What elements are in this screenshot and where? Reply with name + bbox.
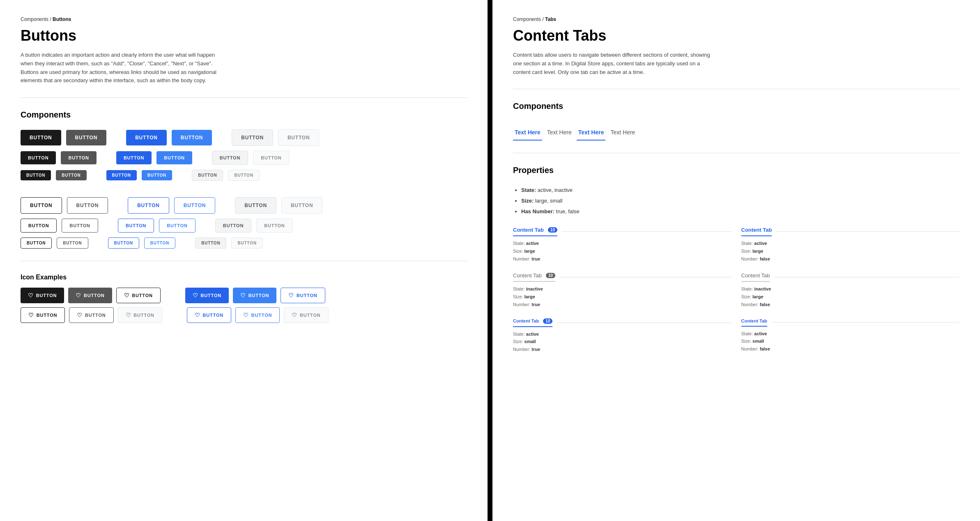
btn-outline-bluemid-md[interactable]: BUTTON — [159, 219, 195, 233]
btn-graydark-sm-1[interactable]: BUTTON — [56, 170, 86, 180]
btn-outline-black-lg[interactable]: BUTTON — [21, 197, 62, 214]
btn-bluemid-sm-1[interactable]: BUTTON — [142, 170, 172, 180]
tab-demo: Text Here Text Here Text Here Text Here — [513, 121, 959, 141]
heart-icon: ♡ — [76, 292, 81, 299]
button-row-5: BUTTON BUTTON BUTTON BUTTON BUTTON BUTTO… — [21, 219, 467, 233]
heart-icon: ♡ — [28, 312, 34, 318]
icon-btn-graydark-filled-1[interactable]: ♡ BUTTON — [68, 288, 112, 303]
tab-examples-grid: Content Tab 10 State: active Size: large… — [513, 227, 959, 353]
properties-list: State: active, inactive Size: large, sma… — [513, 185, 959, 217]
tab-divider-4 — [774, 277, 959, 277]
breadcrumb: Components / Buttons — [21, 16, 467, 22]
btn-outline-bluemid-lg[interactable]: BUTTON — [174, 197, 216, 214]
icon-btn-ghost-2[interactable]: ♡ BUTTON — [118, 307, 162, 323]
tab-example-row-5: Content Tab 10 — [513, 318, 732, 327]
page-title: Buttons — [21, 27, 467, 44]
heart-icon: ♡ — [126, 312, 131, 318]
btn-black-md-1[interactable]: BUTTON — [21, 151, 56, 164]
btn-bluemid-lg-1[interactable]: BUTTON — [172, 130, 212, 145]
btn-ghost-outline-lg-1[interactable]: BUTTON — [235, 197, 276, 214]
btn-outline-blue-lg[interactable]: BUTTON — [128, 197, 169, 214]
icon-btn-outline-black-2[interactable]: ♡ BUTTON — [21, 307, 65, 323]
btn-ghost-outline-sm-1[interactable]: BUTTON — [195, 237, 226, 249]
panel-divider — [488, 0, 492, 521]
btn-outline-black-md[interactable]: BUTTON — [21, 219, 57, 233]
icon-btn-black-filled-1[interactable]: ♡ BUTTON — [21, 288, 64, 303]
tab-meta-3: State: inactive Size: large Number: true — [513, 285, 732, 308]
btn-ghostlight-outline-lg-1[interactable]: BUTTON — [281, 197, 323, 214]
btn-ghost-outline-md-1[interactable]: BUTTON — [215, 219, 251, 233]
heart-icon: ♡ — [77, 312, 83, 318]
btn-ghostlight-outline-md-1[interactable]: BUTTON — [256, 219, 292, 233]
content-tabs-panel: Components / Tabs Content Tabs Content t… — [492, 0, 980, 521]
btn-outline-blue-md[interactable]: BUTTON — [118, 219, 154, 233]
heart-icon: ♡ — [240, 292, 246, 299]
btn-blue-lg-1[interactable]: BUTTON — [126, 130, 167, 145]
icon-btn-ghost-blue-2[interactable]: ♡ BUTTON — [284, 307, 328, 323]
tab-example-row-4: Content Tab — [741, 272, 960, 282]
icon-btn-outline-black-1[interactable]: ♡ BUTTON — [116, 288, 161, 303]
breadcrumb-right: Components / Tabs — [513, 16, 959, 22]
btn-ghostlight-lg-1[interactable]: BUTTON — [278, 129, 320, 146]
button-grid: BUTTON BUTTON BUTTON BUTTON BUTTON BUTTO… — [21, 129, 467, 249]
tab-example-row-3: Content Tab 10 — [513, 272, 732, 282]
btn-black-sm-1[interactable]: BUTTON — [21, 170, 51, 180]
tab-item-2[interactable]: Text Here — [545, 125, 573, 141]
btn-blue-md-1[interactable]: BUTTON — [116, 151, 152, 164]
heart-icon: ♡ — [292, 312, 297, 318]
page-description: A button indicates an important action a… — [21, 51, 226, 85]
tab-example-3: Content Tab 10 State: inactive Size: lar… — [513, 272, 732, 308]
content-tab-inactive-badge[interactable]: Content Tab 10 — [513, 272, 555, 282]
tab-item-3[interactable]: Text Here — [577, 125, 606, 141]
icon-btn-outline-gray-2[interactable]: ♡ BUTTON — [69, 307, 113, 323]
heart-icon: ♡ — [193, 292, 198, 299]
btn-outline-gray-sm[interactable]: BUTTON — [57, 237, 88, 249]
btn-outline-gray-lg[interactable]: BUTTON — [67, 197, 108, 214]
property-state: State: active, inactive — [521, 185, 959, 196]
button-row-4: BUTTON BUTTON BUTTON BUTTON BUTTON BUTTO… — [21, 197, 467, 214]
tab-item-1[interactable]: Text Here — [513, 125, 542, 141]
btn-bluemid-md-1[interactable]: BUTTON — [156, 151, 192, 164]
btn-ghost-lg-1[interactable]: BUTTON — [232, 129, 273, 146]
button-row-6: BUTTON BUTTON BUTTON BUTTON BUTTON BUTTO… — [21, 237, 467, 249]
button-row-3: BUTTON BUTTON BUTTON BUTTON BUTTON BUTTO… — [21, 170, 467, 181]
btn-ghost-md-1[interactable]: BUTTON — [212, 151, 248, 165]
btn-ghostlight-sm-1[interactable]: BUTTON — [228, 170, 259, 181]
content-tab-active-badge[interactable]: Content Tab 10 — [513, 227, 557, 236]
btn-outline-gray-md[interactable]: BUTTON — [62, 219, 98, 233]
heart-icon: ♡ — [288, 292, 294, 299]
content-tab-active-nobadge[interactable]: Content Tab — [741, 227, 772, 236]
btn-graydark-md-1[interactable]: BUTTON — [61, 151, 96, 164]
btn-outline-bluemid-sm[interactable]: BUTTON — [144, 237, 175, 249]
tab-item-4[interactable]: Text Here — [609, 125, 637, 141]
btn-ghost-sm-1[interactable]: BUTTON — [192, 170, 223, 181]
btn-outline-blue-sm[interactable]: BUTTON — [108, 237, 139, 249]
btn-graydark-lg-1[interactable]: BUTTON — [66, 130, 107, 145]
tab-example-1: Content Tab 10 State: active Size: large… — [513, 227, 732, 263]
properties-section: Properties State: active, inactive Size:… — [513, 166, 959, 217]
btn-ghostlight-outline-sm-1[interactable]: BUTTON — [231, 237, 262, 249]
heart-icon: ♡ — [195, 312, 200, 318]
btn-ghostlight-md-1[interactable]: BUTTON — [253, 151, 289, 165]
icon-btn-outline-bluemid-2[interactable]: ♡ BUTTON — [235, 307, 280, 323]
content-tab-inactive-nobadge[interactable]: Content Tab — [741, 272, 770, 282]
property-size: Size: large, small — [521, 196, 959, 206]
content-tab-active-small-badge[interactable]: Content Tab 10 — [513, 318, 552, 327]
icon-btn-outline-blue-1[interactable]: ♡ BUTTON — [281, 288, 325, 303]
properties-heading: Properties — [513, 166, 959, 175]
tab-badge-5: 10 — [543, 318, 552, 324]
page-description-right: Content tabs allow users to navigate bet… — [513, 51, 718, 76]
icon-btn-blue-filled-1[interactable]: ♡ BUTTON — [185, 288, 229, 303]
icon-btn-bluemid-filled-1[interactable]: ♡ BUTTON — [233, 288, 276, 303]
tab-divider-2 — [776, 231, 959, 232]
icon-btn-outline-blue-2[interactable]: ♡ BUTTON — [187, 307, 231, 323]
tab-example-6: Content Tab State: active Size: small Nu… — [741, 318, 960, 353]
btn-outline-black-sm[interactable]: BUTTON — [21, 237, 52, 249]
tab-example-row-6: Content Tab — [741, 318, 960, 327]
tab-badge-3: 10 — [546, 273, 555, 278]
tab-divider-5 — [557, 323, 731, 323]
btn-blue-sm-1[interactable]: BUTTON — [106, 170, 137, 180]
page-title-right: Content Tabs — [513, 27, 959, 44]
btn-black-lg-1[interactable]: BUTTON — [21, 130, 61, 145]
content-tab-active-small-nobadge[interactable]: Content Tab — [741, 318, 767, 327]
